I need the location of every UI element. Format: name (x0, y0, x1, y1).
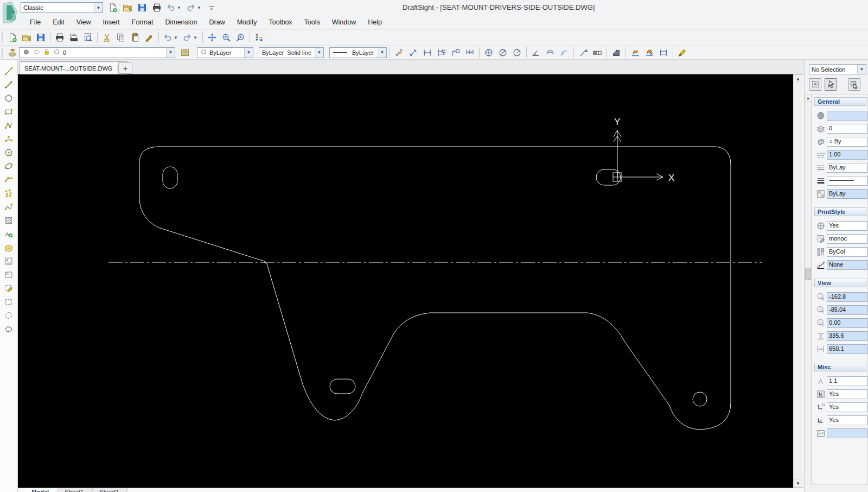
arc-length-dimension-button[interactable] (544, 46, 557, 59)
hatch-tool-button[interactable] (2, 215, 16, 228)
property-field-hyperlink[interactable] (827, 111, 867, 121)
radius-dimension-button[interactable] (510, 46, 524, 59)
menu-view[interactable]: View (71, 16, 97, 28)
section-header-misc[interactable]: Misc (814, 363, 866, 371)
polygon-tool-button[interactable] (2, 92, 16, 106)
property-field-coord-z[interactable]: 0.00 (827, 318, 867, 328)
layer-combobox[interactable]: 0 ▼ (19, 47, 175, 58)
open-file-button[interactable] (121, 1, 134, 14)
save-file-button[interactable] (34, 31, 47, 44)
zoom-back-button[interactable] (234, 31, 247, 44)
property-field-print-table[interactable]: ByCol (827, 247, 867, 257)
sheet-tab-sheet2[interactable]: Sheet2 (89, 488, 127, 492)
toolbar-grip[interactable] (1, 32, 4, 43)
canvas-vertical-scrollbar[interactable]: ▲ ▼ (793, 74, 802, 488)
aligned-dimension-button[interactable] (407, 46, 420, 59)
dimension-style-button[interactable] (610, 46, 623, 59)
print-batch-button[interactable] (67, 31, 80, 44)
section-header-printstyle[interactable]: PrintStyle (814, 207, 866, 216)
scroll-down-arrow[interactable]: ▼ (794, 479, 802, 488)
ordinate-dimension-button[interactable] (449, 46, 462, 59)
select-entities-button[interactable] (809, 78, 821, 91)
simple-note-tool-button[interactable]: A... (2, 269, 16, 282)
chevron-down-icon[interactable]: ▼ (196, 5, 202, 10)
sheet-properties-button[interactable] (178, 46, 192, 59)
property-field-coord-y[interactable]: -85.04 (827, 305, 867, 315)
menu-file[interactable]: File (24, 16, 47, 28)
chevron-down-icon[interactable]: ▼ (94, 3, 103, 12)
chevron-down-icon[interactable]: ▼ (857, 65, 866, 74)
property-field-transparency[interactable]: ByLay (827, 189, 867, 199)
line-tool-button[interactable] (2, 65, 16, 79)
menu-toolbox[interactable]: Toolbox (263, 16, 298, 28)
angular-dimension-button[interactable] (529, 46, 542, 59)
property-field-extent-width[interactable]: 650.1 (827, 344, 867, 354)
toolbar-options-button[interactable] (205, 1, 218, 14)
chevron-down-icon[interactable]: ▼ (173, 35, 179, 40)
scroll-up-arrow[interactable]: ▲ (794, 74, 802, 83)
property-field-coord-x[interactable]: -162.8 (827, 292, 867, 302)
property-field-ucs-box[interactable]: Yes (827, 389, 867, 399)
dimension-edit-button[interactable] (676, 46, 689, 59)
open-file-button[interactable] (20, 31, 33, 44)
property-field-ucs-axes[interactable]: Yes (827, 415, 867, 425)
new-file-button[interactable] (6, 31, 19, 44)
dimension-space-button[interactable] (657, 46, 670, 59)
cut-button[interactable] (100, 31, 113, 44)
print-button[interactable] (150, 1, 163, 14)
linestyle-combobox[interactable]: ByLayer Solid line ▼ (259, 47, 324, 58)
copy-button[interactable] (114, 31, 127, 44)
baseline-dimension-button[interactable] (435, 46, 448, 59)
tolerance-button[interactable] (591, 46, 604, 59)
property-field-layer[interactable]: 0 (827, 124, 867, 134)
workspace-combobox[interactable]: Classic ▼ (21, 2, 103, 13)
panel-scrollbar[interactable]: ▲ (805, 94, 812, 485)
spline-tool-button[interactable] (2, 201, 16, 215)
palm-adjust-button[interactable] (629, 46, 642, 59)
zoom-dynamic-button[interactable] (220, 31, 233, 44)
sheet-tab-sheet1[interactable]: Sheet1 (54, 488, 93, 492)
boundary-tool-button[interactable] (2, 310, 16, 323)
scrollbar-thumb[interactable] (805, 268, 811, 280)
chevron-down-icon[interactable]: ▼ (176, 5, 182, 10)
jogged-dimension-button[interactable] (558, 46, 571, 59)
print-button[interactable] (53, 31, 66, 44)
select-window-button[interactable] (848, 78, 860, 91)
property-field-linetype[interactable]: ByLay (827, 163, 867, 173)
property-field-annotative[interactable]: 1:1 (827, 376, 867, 386)
new-file-button[interactable] (106, 1, 119, 14)
leader-button[interactable]: A (577, 46, 590, 59)
menu-help[interactable]: Help (362, 16, 388, 28)
scroll-up-arrow[interactable]: ▲ (805, 94, 812, 102)
chevron-down-icon[interactable]: ▼ (166, 48, 175, 58)
toolbar-grip[interactable] (1, 47, 4, 58)
redo-button[interactable]: ▼ (181, 31, 200, 44)
drawing-canvas[interactable]: YX (18, 74, 793, 488)
redo-button[interactable]: ▼ (185, 1, 203, 14)
chevron-down-icon[interactable]: ▼ (315, 48, 323, 58)
menu-format[interactable]: Format (126, 16, 159, 28)
undo-button[interactable]: ▼ (165, 1, 183, 14)
print-preview-button[interactable] (81, 31, 94, 44)
palm-reset-button[interactable] (643, 46, 656, 59)
polyline-tool-button[interactable] (2, 119, 16, 133)
menu-dimension[interactable]: Dimension (159, 16, 203, 28)
continued-dimension-button[interactable] (463, 46, 476, 59)
property-field-picture[interactable] (827, 428, 867, 438)
property-field-lineweight[interactable] (827, 176, 867, 186)
lineweight-combobox[interactable]: ByLayer ▼ (329, 47, 387, 58)
layers-palette-button[interactable] (6, 46, 19, 59)
edit-annotation-tool-button[interactable] (2, 282, 16, 296)
chevron-down-icon[interactable]: ▼ (192, 35, 199, 40)
new-tab-button[interactable]: + (118, 62, 132, 74)
selection-combobox[interactable]: No Selection ▼ (809, 64, 866, 74)
menu-draw[interactable]: Draw (203, 16, 231, 28)
define-region-tool-button[interactable] (2, 296, 16, 310)
menu-modify[interactable]: Modify (231, 16, 263, 28)
menu-edit[interactable]: Edit (47, 16, 71, 28)
brush-button[interactable] (143, 31, 156, 44)
property-field-print-target[interactable]: Yes (827, 221, 867, 231)
make-block-tool-button[interactable] (2, 242, 16, 255)
select-cursor-button[interactable] (825, 78, 837, 91)
undo-button[interactable]: ▼ (162, 31, 180, 44)
